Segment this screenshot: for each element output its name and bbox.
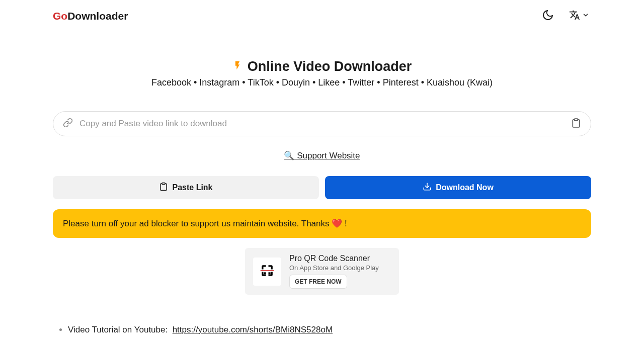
tutorial-label: Video Tutorial on Youtube:	[68, 325, 168, 334]
adblock-alert: Please turn off your ad blocker to suppo…	[53, 209, 591, 238]
header-actions	[540, 7, 591, 25]
svg-rect-1	[162, 183, 165, 185]
url-input-wrapper	[53, 111, 591, 136]
button-row: Paste Link Download Now	[53, 176, 591, 199]
main-content: Online Video Downloader Facebook • Insta…	[0, 25, 644, 340]
title-row: Online Video Downloader	[53, 59, 591, 74]
tutorial-list: Video Tutorial on Youtube: https://youtu…	[53, 325, 591, 340]
support-website-link[interactable]: 🔍 Support Website	[284, 151, 360, 160]
page-title: Online Video Downloader	[248, 59, 412, 74]
download-label: Download Now	[436, 183, 494, 192]
promo-get-button[interactable]: GET FREE NOW	[289, 275, 347, 289]
svg-rect-3	[264, 272, 266, 274]
translate-icon	[569, 10, 580, 22]
svg-rect-4	[269, 272, 271, 274]
logo[interactable]: GoDownloader	[53, 10, 128, 22]
moon-icon	[542, 9, 554, 23]
logo-go: Go	[53, 10, 67, 22]
support-link-row: 🔍 Support Website	[53, 150, 591, 161]
chevron-down-icon	[582, 12, 589, 20]
logo-downloader: Downloader	[67, 10, 128, 22]
promo-subtitle: On App Store and Goolge Play	[289, 264, 379, 272]
promo-card[interactable]: Pro QR Code Scanner On App Store and Goo…	[245, 248, 399, 295]
tutorial-item: Video Tutorial on Youtube: https://youtu…	[68, 325, 591, 335]
clipboard-icon	[159, 182, 168, 193]
promo-content: Pro QR Code Scanner On App Store and Goo…	[289, 254, 379, 289]
clipboard-icon	[571, 122, 581, 130]
tutorial-link-youtube[interactable]: https://youtube.com/shorts/BMi8NS528oM	[173, 325, 333, 334]
qr-scanner-icon	[257, 261, 277, 283]
clipboard-button[interactable]	[571, 118, 581, 130]
link-icon	[63, 118, 73, 130]
language-selector[interactable]	[567, 8, 591, 24]
promo-title: Pro QR Code Scanner	[289, 254, 379, 263]
header: GoDownloader	[0, 0, 644, 25]
svg-rect-0	[575, 119, 578, 120]
dark-mode-toggle[interactable]	[540, 7, 556, 25]
qr-icon-box	[253, 258, 281, 286]
subtitle: Facebook • Instagram • TikTok • Douyin •…	[53, 77, 591, 88]
paste-link-button[interactable]: Paste Link	[53, 176, 319, 199]
url-input[interactable]	[53, 111, 591, 136]
paste-label: Paste Link	[172, 183, 212, 192]
bolt-icon	[232, 59, 243, 74]
download-now-button[interactable]: Download Now	[325, 176, 591, 199]
download-icon	[423, 182, 432, 193]
